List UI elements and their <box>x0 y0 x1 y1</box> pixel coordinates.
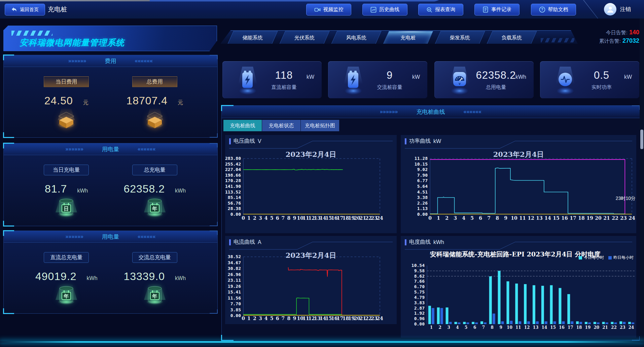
svg-text:23: 23 <box>620 325 625 330</box>
stat-dc-total-charge: 直流总充电量 49019.2kWh 年 <box>29 243 103 305</box>
hazard-stripes-icon <box>11 31 52 36</box>
svg-text:v: v <box>459 82 461 85</box>
svg-text:年: 年 <box>64 293 69 299</box>
svg-text:12: 12 <box>524 325 530 330</box>
svg-text:15.41: 15.41 <box>228 289 241 294</box>
svg-text:4.51: 4.51 <box>417 189 428 195</box>
card-ac-capacity: 9 kW 交流桩容量 <box>328 61 427 98</box>
top-navbar: 返回首页 充电桩 视频监控 历史曲线 报表查询 事件记录 <box>0 0 644 19</box>
current-chart[interactable]: 电流曲线 A 2023年2月4日 38.5234.6730.8226.9623.… <box>225 236 397 324</box>
stat-value: 18707.4 <box>126 95 168 107</box>
svg-text:24: 24 <box>377 316 383 321</box>
tab-pile-topology[interactable]: 充电桩拓扑图 <box>301 120 339 131</box>
avatar[interactable] <box>604 3 616 15</box>
svg-text:8: 8 <box>496 215 499 221</box>
dashboard-page: 返回首页 充电桩 视频监控 历史曲线 报表查询 事件记录 <box>0 0 644 347</box>
svg-text:11.56: 11.56 <box>228 296 241 301</box>
tab-wind-system[interactable]: 风电系统 <box>331 31 381 44</box>
svg-text:0.96: 0.96 <box>414 316 425 321</box>
svg-text:18: 18 <box>576 325 582 330</box>
stat-value: 62358.2 <box>123 183 165 195</box>
svg-text:20: 20 <box>595 215 602 221</box>
power-chart[interactable]: 功率曲线 kW 2023年2月4日 23时10分 11.2810.159.027… <box>401 135 636 233</box>
svg-text:85.14: 85.14 <box>228 195 241 200</box>
svg-text:24: 24 <box>629 325 634 330</box>
tab-storage-system[interactable]: 储能系统 <box>227 31 278 44</box>
power-chart-head: 功率曲线 kW <box>405 138 441 145</box>
help-doc-button[interactable]: ? 帮助文档 <box>531 4 576 15</box>
svg-text:3: 3 <box>259 215 262 221</box>
svg-text:11: 11 <box>519 215 526 221</box>
voltage-chart[interactable]: 电压曲线 V 2023年2月4日 283.80255.42227.04198.6… <box>225 135 397 233</box>
stat-unit: 元 <box>178 99 183 106</box>
svg-text:22: 22 <box>611 325 617 330</box>
svg-text:11: 11 <box>515 325 521 330</box>
chevrons-right-icon <box>66 146 83 152</box>
tab-load-system[interactable]: 负载系统 <box>487 31 537 44</box>
svg-text:170.28: 170.28 <box>225 178 241 183</box>
corner-decoration <box>210 143 218 147</box>
svg-text:8: 8 <box>287 215 290 221</box>
svg-text:19.26: 19.26 <box>228 284 241 289</box>
svg-text:3: 3 <box>447 325 450 330</box>
energy-chart[interactable]: 电度曲线 kWh 安科瑞储能系统-充电桩回路-EPI 2023年2月4日 分时电… <box>401 236 636 338</box>
pulse-icon <box>555 67 576 96</box>
charging-curves-header: 充电桩曲线 <box>222 106 640 118</box>
svg-text:5: 5 <box>270 215 274 221</box>
svg-text:16: 16 <box>561 215 568 221</box>
stat-daily-cost: 当日费用 24.50元 <box>29 67 103 130</box>
svg-text:9.02: 9.02 <box>417 167 428 172</box>
event-log-button[interactable]: 事件记录 <box>474 4 520 15</box>
battery-bolt-icon <box>237 67 258 96</box>
help-doc-label: 帮助文档 <box>548 6 568 13</box>
tab-charging-pile[interactable]: 充电桩 <box>383 31 433 44</box>
stat-value: 24.50 <box>44 95 73 107</box>
tab-diesel-system[interactable]: 柴发系统 <box>435 31 485 44</box>
event-log-label: 事件记录 <box>491 6 511 13</box>
svg-text:1: 1 <box>437 215 440 221</box>
svg-text:1: 1 <box>247 215 251 221</box>
panel-charge-energy: 用电量 当日充电量 81.7kWh 日 <box>3 143 218 226</box>
logout-button[interactable]: 注销 <box>620 0 631 19</box>
tab-pv-system[interactable]: 光伏系统 <box>279 31 329 44</box>
energy-chart-head: 电度曲线 kWh <box>405 239 444 246</box>
stat-label: 直流总充电量 <box>44 252 89 263</box>
calendar-year-icon: 年 <box>29 284 103 305</box>
chevrons-right-icon <box>68 58 86 64</box>
chevrons-right-icon <box>66 234 83 240</box>
scrollbar-thumb[interactable] <box>640 130 643 149</box>
svg-text:13: 13 <box>536 215 542 221</box>
chart-title: 功率曲线 <box>409 138 431 145</box>
legend-today-label[interactable]: 今日每小时 <box>584 255 604 261</box>
svg-text:20: 20 <box>594 325 599 330</box>
svg-text:0: 0 <box>428 215 432 221</box>
back-home-button[interactable]: 返回首页 <box>5 4 45 15</box>
svg-text:2: 2 <box>253 316 256 321</box>
scrollbar-track[interactable] <box>640 19 644 341</box>
svg-text:24: 24 <box>377 215 383 221</box>
stat-unit: kWh <box>175 188 186 194</box>
stat-daily-charge: 当日充电量 81.7kWh 日 <box>29 155 103 218</box>
stat-label: 交流总充电量 <box>132 252 177 263</box>
navbar-divider <box>583 0 598 19</box>
chevrons-right-icon <box>380 109 398 115</box>
tab-pile-curves[interactable]: 充电桩曲线 <box>223 120 262 131</box>
stat-value: 81.7 <box>45 183 67 195</box>
report-search-button[interactable]: 报表查询 <box>418 4 463 15</box>
svg-text:年: 年 <box>152 206 157 211</box>
svg-text:3.38: 3.38 <box>417 195 428 200</box>
history-curve-button[interactable]: 历史曲线 <box>362 4 407 15</box>
legend-yesterday-swatch <box>608 256 612 259</box>
svg-text:198.66: 198.66 <box>225 173 241 178</box>
tab-label: 柴发系统 <box>438 31 482 44</box>
svg-text:18: 18 <box>578 215 584 221</box>
user-icon <box>606 5 615 14</box>
panel-charge-energy-title: 用电量 <box>102 145 119 153</box>
charging-curves-title: 充电桩曲线 <box>417 108 445 116</box>
video-monitor-button[interactable]: 视频监控 <box>306 4 351 15</box>
report-search-label: 报表查询 <box>435 6 455 13</box>
legend-yesterday-label[interactable]: 昨日每小时 <box>613 255 634 261</box>
back-home-label: 返回首页 <box>20 7 39 13</box>
tab-pile-status[interactable]: 充电桩状态 <box>262 120 301 131</box>
svg-text:10: 10 <box>507 325 512 330</box>
